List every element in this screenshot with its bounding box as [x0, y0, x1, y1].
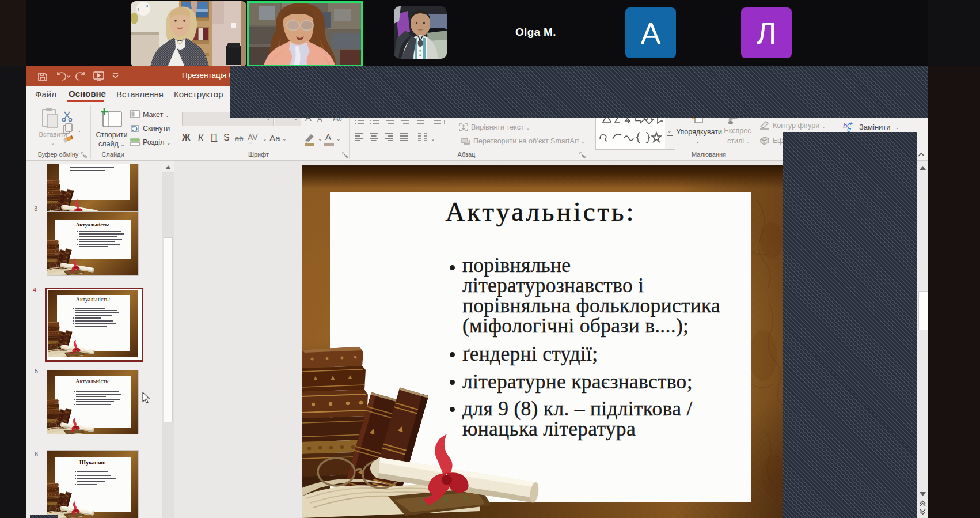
svg-text:8: 8 — [146, 4, 148, 8]
